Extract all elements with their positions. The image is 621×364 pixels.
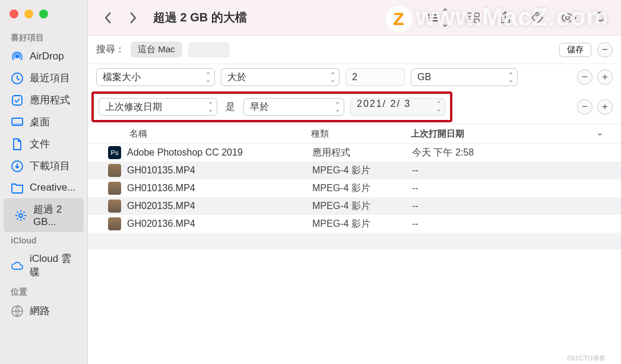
sidebar-item[interactable]: 文件: [0, 133, 87, 155]
action-button[interactable]: [562, 10, 577, 26]
criteria-row-2: 上次修改日期⌃⌄ 是 早於⌃⌄ 2021/ 2/ 3⌃⌄: [91, 91, 452, 122]
share-button[interactable]: [498, 10, 513, 26]
sidebar-item[interactable]: 下載項目: [0, 155, 87, 177]
file-kind: 應用程式: [312, 147, 412, 159]
column-kind[interactable]: 種類: [311, 128, 411, 140]
minimize-window-button[interactable]: [24, 10, 33, 18]
svg-point-18: [537, 14, 538, 16]
file-date-opened: --: [412, 183, 621, 194]
file-row[interactable]: GH010136.MP4MPEG-4 影片--: [88, 179, 621, 197]
chevron-updown-icon: ⌃⌄: [335, 102, 340, 112]
remove-search-button[interactable]: −: [597, 42, 613, 58]
globe-icon: [11, 305, 24, 318]
file-row[interactable]: GH020136.MP4MPEG-4 影片--: [88, 215, 621, 233]
sidebar-item-label: 網路: [30, 304, 50, 318]
column-headers: 名稱 種類 上次打開日期⌄: [88, 124, 621, 144]
sidebar-section-header: 位置: [0, 283, 87, 300]
close-window-button[interactable]: [9, 10, 18, 18]
app-icon: [11, 94, 24, 107]
sidebar-item[interactable]: 桌面: [0, 111, 87, 133]
clock-icon: [11, 72, 24, 85]
criteria-date-input[interactable]: 2021/ 2/ 3⌃⌄: [350, 98, 445, 116]
empty-row: [88, 233, 621, 249]
desktop-icon: [11, 116, 24, 129]
airdrop-icon: [11, 50, 24, 63]
svg-rect-13: [431, 20, 438, 21]
sidebar-item[interactable]: Creative...: [0, 177, 87, 198]
svg-point-10: [428, 17, 430, 18]
doc-icon: [11, 138, 24, 151]
fullscreen-window-button[interactable]: [39, 10, 48, 18]
file-icon: [108, 200, 121, 213]
file-kind: MPEG-4 影片: [312, 182, 412, 195]
forward-button[interactable]: [125, 10, 141, 26]
svg-point-6: [19, 214, 23, 217]
sidebar-section-header: 喜好項目: [0, 29, 87, 46]
svg-rect-15: [474, 13, 479, 17]
sort-chevron-icon: ⌄: [597, 128, 603, 140]
column-date-opened[interactable]: 上次打開日期⌄: [411, 128, 621, 140]
sidebar-item[interactable]: 應用程式: [0, 89, 87, 111]
file-date-opened: --: [412, 165, 621, 176]
cloud-icon: [11, 259, 24, 272]
file-row[interactable]: GH020135.MP4MPEG-4 影片--: [88, 197, 621, 215]
file-row[interactable]: GH010135.MP4MPEG-4 影片--: [88, 162, 621, 179]
tags-button[interactable]: [530, 10, 545, 26]
sidebar-item-label: 應用程式: [30, 93, 70, 107]
file-name: GH020135.MP4: [127, 201, 312, 211]
sidebar-item-label: AirDrop: [30, 50, 64, 62]
sidebar-item[interactable]: 網路: [0, 300, 87, 322]
file-date-opened: 今天 下午 2:58: [412, 147, 621, 159]
add-criteria-button[interactable]: +: [597, 99, 613, 115]
stepper-icon[interactable]: ⌃⌄: [436, 101, 442, 112]
criteria-unit-select[interactable]: GB⌃⌄: [411, 68, 518, 86]
is-label: 是: [223, 101, 237, 113]
criteria-attribute-select[interactable]: 檔案大小⌃⌄: [96, 68, 215, 86]
criteria-row-1: 檔案大小⌃⌄ 大於⌃⌄ GB⌃⌄ − +: [88, 64, 621, 90]
folder-icon: [11, 181, 24, 194]
remove-criteria-button[interactable]: −: [577, 69, 593, 85]
sidebar-item[interactable]: AirDrop: [0, 46, 87, 67]
sidebar-item-label: 超過 2 GB...: [33, 202, 73, 228]
sidebar-item[interactable]: 超過 2 GB...: [4, 198, 84, 232]
toolbar: 超過 2 GB 的大檔 ⌃⌄: [88, 0, 621, 36]
add-criteria-button[interactable]: +: [597, 69, 613, 85]
file-icon: [108, 164, 121, 177]
search-label: 搜尋：: [96, 43, 125, 56]
sidebar-item-label: 桌面: [30, 115, 50, 129]
file-date-opened: --: [412, 201, 621, 211]
group-button[interactable]: [465, 10, 481, 26]
chevron-updown-icon: ⌃⌄: [205, 72, 211, 82]
scope-tab-other[interactable]: [188, 42, 230, 58]
window-title: 超過 2 GB 的大檔: [153, 10, 247, 26]
file-list: PsAdobe Photoshop CC 2019應用程式今天 下午 2:58G…: [88, 144, 621, 364]
sidebar-item[interactable]: 最近項目: [0, 67, 87, 89]
view-mode-button[interactable]: ⌃⌄: [427, 7, 449, 29]
back-button[interactable]: [100, 10, 116, 26]
search-scope-bar: 搜尋： 這台 Mac 儲存 −: [88, 36, 621, 64]
svg-rect-2: [12, 96, 22, 105]
remove-criteria-button[interactable]: −: [577, 99, 593, 115]
gear-icon: [14, 209, 27, 222]
sidebar: 喜好項目AirDrop最近項目應用程式桌面文件下載項目Creative...超過…: [0, 0, 88, 364]
sidebar-item[interactable]: iCloud 雲碟: [0, 248, 87, 283]
svg-rect-4: [12, 123, 23, 125]
criteria-value-input[interactable]: [346, 68, 405, 86]
criteria-operator-select[interactable]: 大於⌃⌄: [221, 68, 340, 86]
chevron-updown-icon: ⌃⌄: [441, 7, 449, 29]
criteria-attribute-select[interactable]: 上次修改日期⌃⌄: [99, 98, 217, 116]
scope-tab-mac[interactable]: 這台 Mac: [131, 42, 182, 58]
file-row[interactable]: PsAdobe Photoshop CC 2019應用程式今天 下午 2:58: [88, 144, 621, 162]
search-button[interactable]: [594, 10, 609, 26]
criteria-operator-select[interactable]: 早於⌃⌄: [243, 98, 344, 116]
svg-rect-17: [474, 19, 479, 23]
svg-point-8: [428, 14, 430, 15]
file-name: GH010135.MP4: [127, 165, 312, 176]
svg-point-21: [596, 12, 604, 21]
file-name: Adobe Photoshop CC 2019: [127, 147, 312, 158]
save-search-button[interactable]: 儲存: [559, 43, 591, 57]
sidebar-section-header: iCloud: [0, 232, 87, 248]
chevron-updown-icon: ⌃⌄: [208, 102, 213, 112]
search-criteria: 檔案大小⌃⌄ 大於⌃⌄ GB⌃⌄ − + 上次修改日期⌃⌄ 是 早於⌃⌄ 202…: [88, 64, 621, 124]
column-name[interactable]: 名稱: [88, 128, 311, 140]
